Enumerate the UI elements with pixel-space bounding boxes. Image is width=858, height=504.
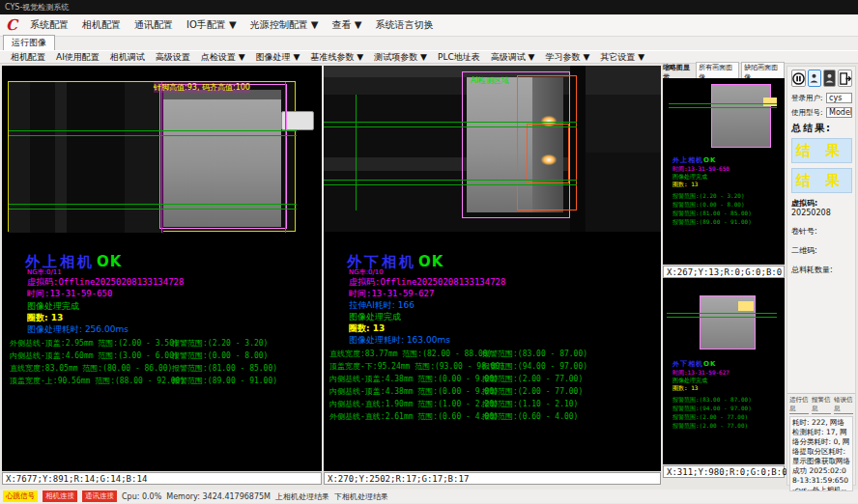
upper-camera-result: 上相机处理结果 — [275, 491, 329, 502]
menu-io-config[interactable]: IO手配置 ▼ — [180, 16, 243, 34]
measure-value: 内侧基线-顶盖:4.38mm 范围:(0.00 - 9.00) — [329, 374, 482, 384]
model-label: 使用型号: — [791, 108, 824, 118]
ai-region-label: AI检测区域 — [471, 75, 509, 86]
alarm-range: 报警范围:(2.00 - 77.00) — [482, 386, 583, 397]
measure-line-right — [285, 82, 286, 233]
left-time: 时间:13-31-59-650 — [27, 288, 112, 300]
heartbeat-badge: 心跳信号 — [3, 490, 38, 502]
operator-mode-button[interactable] — [823, 70, 837, 87]
thumb-baseline-1 — [669, 103, 777, 104]
result-box-upper: 结 果 — [791, 138, 852, 163]
menu-comm-config[interactable]: 通讯配置 — [128, 16, 180, 34]
log-tab-run[interactable]: 运行信息 — [789, 396, 809, 414]
measure-row: 直线宽度:83.77mm 范围:(82.00 - 88.00)报警范围:(83.… — [329, 348, 659, 360]
machine-background — [9, 82, 163, 233]
main-area: 针脚高值:93, 码齐高值:100 外上相机OK NG率:0/11 虚拟码:Of… — [0, 66, 858, 486]
log-tab-error[interactable]: 错误信息 — [834, 396, 853, 414]
thumb-turns: 圈数: 13 — [672, 384, 698, 393]
tool-baseline-params[interactable]: 基准线参数 ▼ — [305, 51, 368, 64]
thumb-result-title: 外下相机OK — [672, 359, 716, 369]
measure-row: 直线宽度:83.05mm 范围:(80.00 - 86.00)报警范围:(81.… — [10, 362, 320, 375]
camera-link-badge: 相机连接 — [43, 490, 77, 502]
measure-row: 内侧基线-顶盖:4.38mm 范围:(0.00 - 9.00)报警范围:(2.0… — [329, 385, 659, 398]
left-pixel-coords: X:7677;Y:891;R:14;G:14;B:14 — [2, 472, 322, 485]
baseline-4 — [9, 209, 297, 210]
tool-camera-config[interactable]: 相机配置 — [6, 51, 50, 64]
baseline-4 — [324, 184, 577, 185]
left-camera-view[interactable]: 针脚高值:93, 码齐高值:100 外上相机OK NG率:0/11 虚拟码:Of… — [2, 66, 322, 471]
alarm-range: 报警范围:(83.00 - 87.00) — [482, 349, 587, 359]
thumb-lower-pixel-coords: X:311;Y:980;R:0;G:0;B:0 — [663, 465, 785, 478]
measure-value: 直线宽度:83.77mm 范围:(82.00 - 88.00) — [329, 349, 482, 359]
overlay-measure-label: 针脚高值:93, 码齐高值:100 — [154, 82, 250, 93]
menu-camera-config[interactable]: 相机配置 — [75, 16, 128, 34]
virtual-code-row: 虚拟码: 20250208 — [791, 198, 852, 217]
measure-row: 内侧基线-顶盖:4.60mm 范围:(3.00 - 6.00)报警范围:(0.0… — [10, 350, 320, 362]
menu-light-config[interactable]: 光源控制配置 ▼ — [243, 16, 326, 34]
app-logo-icon: C — [6, 16, 17, 34]
tool-plc-table[interactable]: PLC地址表 — [433, 51, 485, 64]
tool-ai-config[interactable]: AI使用配置 — [51, 51, 104, 64]
thumbnail-upper-camera[interactable]: 外上相机OK 时间:13-31-59-650 图像处理完成 圈数: 13 报警范… — [663, 78, 785, 265]
login-user-input[interactable]: cys — [826, 93, 852, 103]
tool-advanced-debug[interactable]: 高级调试 ▼ — [486, 51, 540, 64]
thumb-baseline-1 — [667, 313, 777, 314]
thumb-row: 报警范围:(2.00 - 77.00) — [672, 422, 748, 431]
thumb-row: 报警范围:(83.00 - 87.00) — [672, 396, 752, 405]
tool-image-process[interactable]: 图像处理 ▼ — [251, 51, 305, 64]
menu-bar: C 系统配置 相机配置 通讯配置 IO手配置 ▼ 光源控制配置 ▼ 查看 ▼ 系… — [0, 14, 858, 37]
measure-value: 顶盖宽度-下:95.24mm 范围:(93.00 - 98.00) — [329, 361, 482, 372]
right-measure-rows: 直线宽度:83.77mm 范围:(82.00 - 88.00)报警范围:(83.… — [329, 348, 659, 423]
login-user-field: 登录用户: cys — [791, 93, 852, 103]
model-input[interactable]: Model1 — [826, 107, 852, 118]
tool-spot-check[interactable]: 点检设置 ▼ — [196, 51, 250, 64]
alarm-range: 报警范围:(0.00 - 8.00) — [172, 350, 268, 361]
status-bar: 心跳信号 相机连接 通讯连接 Cpu: 0.0% Memory: 3424.41… — [0, 490, 858, 503]
left-camera-column: 针脚高值:93, 码齐高值:100 外上相机OK NG率:0/11 虚拟码:Of… — [2, 66, 322, 486]
tool-camera-debug[interactable]: 相机调试 — [105, 51, 150, 64]
menu-view[interactable]: 查看 ▼ — [326, 16, 369, 34]
menu-system-config[interactable]: 系统配置 — [23, 16, 75, 34]
vertical-baseline — [356, 95, 357, 210]
log-text[interactable]: 耗时: 222, 网络检测耗时: 17, 网络分类耗时: 0, 网络提取分区耗时… — [789, 416, 853, 491]
measure-value: 顶盖宽度-上:90.56mm 范围:(88.00 - 92.00) — [10, 376, 172, 386]
thumb-camera-name: 外上相机 — [672, 156, 703, 164]
alarm-range: 报警范围:(2.20 - 3.20) — [172, 338, 268, 349]
left-ok-status: OK — [97, 253, 122, 270]
comm-link-badge: 通讯连接 — [82, 490, 117, 502]
lower-camera-result: 下相机处理结果 — [334, 491, 388, 502]
login-user-label: 登录用户: — [791, 94, 824, 103]
pause-button[interactable] — [791, 70, 806, 87]
thumb-row: 报警范围:(2.20 - 3.20) — [672, 192, 745, 201]
thumbnail-lower-camera[interactable]: 外下相机OK 时间:13-31-59-627 图像处理完成 圈数: 13 报警范… — [663, 278, 785, 464]
roi-rect-pink — [159, 84, 287, 229]
thumb-cell-block — [711, 84, 771, 148]
baseline-1 — [9, 130, 297, 131]
tool-learning-params[interactable]: 学习参数 ▼ — [541, 51, 595, 64]
thumb-row: 报警范围:(2.00 - 77.00) — [672, 413, 748, 422]
user-icon — [809, 72, 819, 84]
thumb-row: 报警范围:(0.00 - 8.00) — [672, 201, 745, 210]
measure-value: 内侧基线-顶盖:4.60mm 范围:(3.00 - 6.00) — [10, 350, 172, 361]
menu-language[interactable]: 系统语言切换 — [368, 16, 440, 34]
alarm-range: 报警范围:(81.00 - 85.00) — [172, 363, 277, 374]
thumb-turns: 圈数: 13 — [672, 181, 698, 189]
user-mode-button[interactable] — [808, 70, 821, 87]
ai-roi-rect-inner — [527, 124, 569, 183]
tool-other-settings[interactable]: 其它设置 ▼ — [595, 51, 649, 64]
right-camera-view[interactable]: AI检测区域 外下相机OK NG率:0/10 虚拟码:Offline202502… — [324, 66, 661, 471]
measure-row: 顶盖宽度-下:95.24mm 范围:(93.00 - 98.00)报警范围:(9… — [329, 360, 659, 373]
thumb-row: 报警范围:(81.00 - 85.00) — [672, 210, 752, 218]
window-titlebar: CYS-视觉检测系统 — [0, 0, 858, 14]
alarm-range: 报警范围:(0.60 - 4.00) — [482, 411, 578, 422]
tab-run-image[interactable]: 运行图像 — [3, 35, 55, 50]
measure-row: 内侧基线-直线:1.90mm 范围:(1.00 - 2.20)报警范围:(1.1… — [329, 398, 659, 410]
log-tab-alarm[interactable]: 报警信息 — [812, 396, 831, 414]
left-measure-rows: 外侧基线-顶盖:2.95mm 范围:(2.00 - 3.50)报警范围:(2.2… — [10, 337, 320, 387]
cpu-usage: Cpu: 0.0% — [122, 492, 161, 501]
tool-test-params[interactable]: 测试项参数 ▼ — [369, 51, 432, 64]
exit-button[interactable] — [838, 70, 852, 87]
left-elapsed: 图像处理耗时: 256.00ms — [27, 323, 129, 336]
tool-advanced-settings[interactable]: 高级设置 — [151, 51, 195, 64]
thumb-row: 报警范围:(94.00 - 97.00) — [672, 405, 752, 413]
